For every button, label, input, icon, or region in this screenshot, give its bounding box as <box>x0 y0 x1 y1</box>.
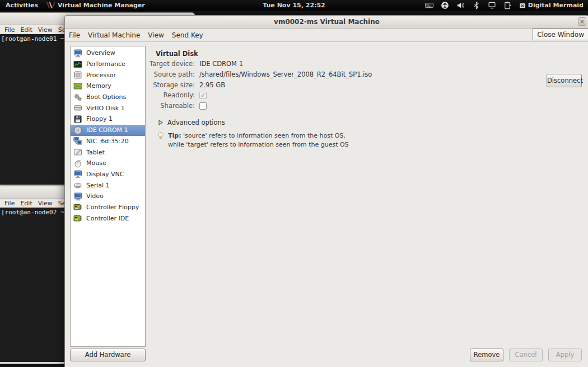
terminal-menu-file[interactable]: File <box>4 26 15 34</box>
apply-button: Apply <box>548 349 582 361</box>
monitor-icon <box>73 170 82 178</box>
sidebar-item-label: Display VNC <box>86 171 124 178</box>
terminal1-prompt: [root@an-node01 ~]# <box>1 35 72 43</box>
add-hardware-button[interactable]: Add Hardware <box>70 349 146 361</box>
sidebar-item-floppy-1[interactable]: Floppy 1 <box>71 114 145 125</box>
shareable-label: Shareable: <box>144 102 195 110</box>
close-window-menu-item[interactable]: Close Window <box>533 29 588 40</box>
cancel-button: Cancel <box>509 349 543 361</box>
terminal-menu-view[interactable]: View <box>38 200 53 207</box>
controller-icon <box>73 214 82 223</box>
sidebar-item-label: Memory <box>86 82 111 90</box>
sidebar-item-label: IDE CDROM 1 <box>86 126 128 134</box>
monitor-icon <box>73 192 82 201</box>
sidebar-item-memory[interactable]: Memory <box>71 81 145 92</box>
cdrom-icon <box>73 126 82 135</box>
memory-icon <box>73 82 82 91</box>
network-icon <box>73 137 82 145</box>
sidebar-item-label: Floppy 1 <box>86 115 113 123</box>
vm-menubar: FileVirtual MachineViewSend Key <box>65 29 588 42</box>
tip-line1: 'source' refers to information seen from… <box>181 132 346 139</box>
user-menu[interactable]: Digital Mermaid <box>519 2 584 9</box>
sidebar-item-label: Mouse <box>86 159 106 167</box>
chat-status-icon <box>519 2 526 9</box>
sidebar-item-label: NIC :6d:35:20 <box>86 138 129 145</box>
monitor-icon <box>73 49 82 58</box>
focused-app-title: Virtual Machine Manager <box>58 2 145 9</box>
focused-app-menu[interactable]: Virtual Machine Manager <box>46 1 145 10</box>
advanced-options-expander[interactable]: Advanced options <box>158 119 225 126</box>
menu-file[interactable]: File <box>65 31 84 39</box>
readonly-label: Readonly: <box>144 91 195 99</box>
user-name: Digital Mermaid <box>528 2 584 9</box>
sidebar-item-ide-cdrom-1[interactable]: IDE CDROM 1 <box>71 125 145 136</box>
remove-button[interactable]: Remove <box>470 349 503 361</box>
window-title: vm0002-ms Virtual Machine <box>274 18 380 26</box>
field-shareable: Shareable: <box>144 102 207 110</box>
field-source-path: Source path: /shared/files/Windows_Serve… <box>144 70 372 78</box>
sidebar-item-tablet[interactable]: Tablet <box>71 147 145 158</box>
field-label: Storage size: <box>144 81 195 89</box>
disconnect-button[interactable]: Disconnect <box>547 74 582 87</box>
readonly-checkbox <box>199 92 207 99</box>
lightbulb-icon <box>157 131 165 140</box>
menu-send-key[interactable]: Send Key <box>168 31 207 39</box>
sidebar-item-label: Processor <box>86 72 116 79</box>
activities-button[interactable]: Activities <box>6 2 38 9</box>
field-readonly: Readonly: <box>144 91 207 99</box>
field-value: /shared/files/Windows_Server_2008_R2_64B… <box>199 70 372 78</box>
shareable-checkbox[interactable] <box>199 102 207 110</box>
sidebar-item-display-vnc[interactable]: Display VNC <box>71 169 145 180</box>
tip-line2: while 'target' refers to information see… <box>168 141 349 148</box>
sidebar-item-video[interactable]: Video <box>71 191 145 202</box>
sidebar-item-mouse[interactable]: Mouse <box>71 158 145 169</box>
volume-icon[interactable] <box>456 1 465 10</box>
field-label: Source path: <box>144 70 195 78</box>
field-value: IDE CDROM 1 <box>199 60 243 68</box>
sidebar-item-virtio-disk-1[interactable]: VirtIO Disk 1 <box>71 102 145 114</box>
sidebar-item-processor[interactable]: Processor <box>71 69 145 81</box>
keyboard-icon[interactable] <box>425 1 433 10</box>
field-target-device: Target device: IDE CDROM 1 <box>144 60 243 68</box>
terminal-menu-view[interactable]: View <box>38 26 53 34</box>
tip-note: Tip: 'source' refers to information seen… <box>157 131 349 149</box>
mouse-icon <box>73 159 82 168</box>
vm-details-window: vm0002-ms Virtual Machine × FileVirtual … <box>64 15 588 367</box>
sidebar-item-serial-1[interactable]: Serial 1 <box>71 180 145 191</box>
advanced-options-label: Advanced options <box>167 119 225 126</box>
floppy-icon <box>73 115 82 124</box>
tablet-icon <box>73 148 82 157</box>
sidebar-item-controller-ide[interactable]: Controller IDE <box>71 213 145 224</box>
performance-icon <box>73 60 82 69</box>
gears-icon <box>73 93 82 102</box>
controller-icon <box>73 203 82 211</box>
terminal-menu-file[interactable]: File <box>4 200 15 207</box>
tip-title: Tip: <box>168 132 181 139</box>
sidebar-item-label: Performance <box>86 60 125 68</box>
menu-view[interactable]: View <box>144 31 167 39</box>
accessibility-icon[interactable] <box>441 1 449 10</box>
sidebar-item-nic-6d-35-20[interactable]: NIC :6d:35:20 <box>71 136 145 147</box>
sidebar-item-label: VirtIO Disk 1 <box>86 105 125 112</box>
hardware-list: OverviewPerformanceProcessorMemoryBoot O… <box>70 46 146 347</box>
terminal2-prompt: [root@an-node02 ~]# <box>1 209 72 216</box>
sidebar-item-controller-floppy[interactable]: Controller Floppy <box>71 202 145 213</box>
close-icon[interactable]: × <box>578 17 586 26</box>
window-titlebar[interactable]: vm0002-ms Virtual Machine × <box>65 16 588 29</box>
sidebar-item-label: Boot Options <box>86 93 126 101</box>
terminal-menu-edit[interactable]: Edit <box>20 26 32 34</box>
sidebar-item-overview[interactable]: Overview <box>71 48 145 59</box>
display-icon[interactable] <box>488 1 496 10</box>
menu-virtual-machine[interactable]: Virtual Machine <box>84 31 144 39</box>
terminal-menu-edit[interactable]: Edit <box>20 200 32 207</box>
field-storage-size: Storage size: 2.95 GB <box>144 81 225 89</box>
field-value: 2.95 GB <box>199 81 225 89</box>
expander-triangle-icon <box>158 120 164 125</box>
bluetooth-icon[interactable] <box>472 1 480 10</box>
sidebar-item-performance[interactable]: Performance <box>71 59 145 70</box>
virt-manager-logo-icon <box>46 1 55 10</box>
sidebar-item-label: Serial 1 <box>86 182 110 189</box>
sidebar-item-label: Overview <box>86 49 115 57</box>
clipboard-icon[interactable] <box>503 1 512 10</box>
sidebar-item-boot-options[interactable]: Boot Options <box>71 92 145 103</box>
